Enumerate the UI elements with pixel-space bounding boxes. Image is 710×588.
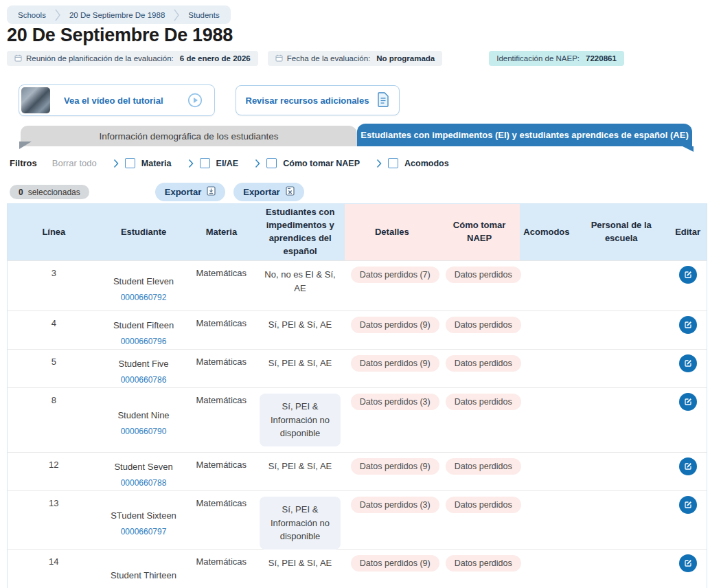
edit-icon — [683, 270, 693, 280]
editar-cell — [669, 261, 707, 310]
missing-data-badge: Datos perdidos — [446, 355, 521, 372]
chevron-right-icon[interactable] — [255, 159, 260, 168]
clear-all-filters-link[interactable]: Borrar todo — [52, 158, 97, 168]
missing-data-badge: Datos perdidos — [446, 394, 521, 410]
table-row: 14 Student Thirteen 0000660794 Matemátic… — [8, 549, 707, 588]
edit-button[interactable] — [679, 554, 697, 572]
badge-value: 6 de enero de 2026 — [180, 54, 251, 63]
column-header-ei-ae[interactable]: Estudiantes con impedimentos y aprendice… — [255, 204, 345, 260]
edit-icon — [683, 359, 693, 368]
ei-ae-value: Sí, PEI & Sí, AE — [268, 318, 332, 332]
student-cell: Student Eleven 0000660792 — [100, 261, 187, 310]
tab-label: Información demográfica de los estudiant… — [99, 131, 278, 142]
acomodos-checkbox[interactable] — [388, 158, 398, 168]
column-header-acomodos[interactable]: Acomodos — [520, 204, 574, 260]
como-tomar-cell: Datos perdidos — [439, 453, 520, 490]
acomodos-cell — [520, 350, 574, 387]
filter-ei-ae[interactable]: EI/AE — [188, 158, 239, 168]
tab-ei-ae-students[interactable]: Estudiantes con impedimentos (EI) y estu… — [357, 124, 692, 146]
export-excel-button[interactable]: Exportar — [233, 183, 304, 201]
acomodos-cell — [520, 550, 574, 588]
missing-data-badge: Datos perdidos — [446, 317, 521, 333]
column-header-como-tomar-naep[interactable]: Cómo tomar NAEP — [439, 204, 520, 260]
student-name: Student Thirteen — [111, 570, 176, 580]
linea-cell: 13 — [8, 491, 100, 549]
materia-cell: Matemáticas — [187, 388, 255, 452]
ei-ae-cell: Sí, PEI & Sí, AE — [255, 350, 345, 387]
missing-data-badge: Datos perdidos — [446, 555, 521, 572]
editar-cell — [669, 311, 707, 349]
student-id-link[interactable]: 0000660796 — [121, 337, 167, 346]
edit-button[interactable] — [679, 393, 697, 411]
student-id-link[interactable]: 0000660797 — [121, 527, 167, 536]
ei-ae-checkbox[interactable] — [200, 158, 210, 168]
missing-data-badge: Datos perdidos — [446, 267, 521, 283]
detalles-cell: Datos perdidos (9) — [345, 550, 439, 588]
tab-demographic-info[interactable]: Información demográfica de los estudiant… — [21, 126, 357, 146]
student-id-link[interactable]: 0000660786 — [121, 375, 167, 385]
chevron-right-icon[interactable] — [188, 159, 194, 168]
missing-data-badge: Datos perdidos (3) — [351, 497, 439, 513]
column-header-detalles[interactable]: Detalles — [345, 204, 439, 260]
calendar-icon — [14, 54, 22, 63]
column-header-personal[interactable]: Personal de la escuela — [573, 204, 669, 260]
breadcrumb-item-students[interactable]: Students — [188, 11, 219, 19]
edit-button[interactable] — [679, 354, 697, 372]
editar-cell — [669, 453, 707, 490]
missing-data-badge: Datos perdidos — [446, 497, 521, 513]
document-icon — [377, 92, 389, 109]
student-id-link[interactable]: 0000660790 — [121, 427, 167, 436]
filter-como-tomar-naep[interactable]: Cómo tomar NAEP — [255, 158, 360, 168]
linea-cell: 4 — [8, 311, 100, 349]
como-tomar-naep-checkbox[interactable] — [266, 158, 277, 168]
como-tomar-cell: Datos perdidos — [439, 350, 520, 387]
student-name: Student Seven — [114, 462, 172, 472]
filter-acomodos[interactable]: Acomodos — [376, 158, 449, 168]
personal-cell — [573, 453, 669, 490]
detalles-cell: Datos perdidos (9) — [345, 453, 439, 490]
ei-ae-cell: Sí, PEI & Sí, AE — [255, 453, 345, 490]
edit-button[interactable] — [679, 316, 697, 334]
student-name: Student Five — [119, 359, 169, 369]
filter-materia[interactable]: Materia — [113, 158, 172, 168]
edit-icon — [683, 462, 693, 471]
export-excel-label: Exportar — [243, 187, 279, 197]
assessment-date-badge: Fecha de la evaluación:No programada — [268, 51, 442, 66]
column-header-estudiante[interactable]: Estudiante — [100, 204, 187, 260]
student-cell: Student Five 0000660786 — [100, 350, 187, 387]
como-tomar-cell: Datos perdidos — [439, 491, 520, 549]
acomodos-cell — [520, 491, 574, 549]
export-pdf-button[interactable]: Exportar — [155, 183, 225, 201]
edit-button[interactable] — [679, 266, 697, 284]
column-header-materia[interactable]: Materia — [187, 204, 255, 260]
export-pdf-label: Exportar — [165, 187, 201, 197]
chevron-right-icon[interactable] — [113, 159, 119, 168]
student-id-link[interactable]: 0000660792 — [121, 293, 167, 302]
page: Schools 20 De Septiembre De 1988 Student… — [0, 0, 710, 588]
student-id-link[interactable]: 0000660788 — [121, 478, 167, 488]
edit-button[interactable] — [679, 496, 697, 514]
ei-ae-value: Sí, PEI & Sí, AE — [268, 460, 332, 473]
table-row: 12 Student Seven 0000660788 Matemáticas … — [8, 452, 707, 490]
chevron-right-icon[interactable] — [376, 159, 382, 168]
materia-checkbox[interactable] — [125, 158, 135, 168]
acomodos-cell — [520, 453, 574, 490]
edit-button[interactable] — [679, 457, 697, 475]
student-name: Student Eleven — [113, 276, 174, 286]
planning-meeting-badge: Reunión de planificación de la evaluació… — [7, 51, 258, 66]
materia-cell: Matemáticas — [187, 261, 255, 310]
tutorial-button-label: Vea el vídeo del tutorial — [64, 95, 163, 106]
tutorial-video-button[interactable]: Vea el vídeo del tutorial — [19, 84, 215, 116]
column-header-linea[interactable]: Línea — [8, 204, 100, 260]
ei-ae-cell: Sí, PEI & Sí, AE — [255, 550, 345, 588]
personal-cell — [573, 350, 669, 387]
breadcrumb-item-school[interactable]: 20 De Septiembre De 1988 — [69, 11, 165, 19]
additional-resources-button[interactable]: Revisar recursos adicionales — [236, 85, 400, 115]
table-header: Línea Estudiante Materia Estudiantes con… — [8, 204, 707, 260]
breadcrumb-item-schools[interactable]: Schools — [18, 11, 46, 19]
column-header-editar: Editar — [669, 204, 707, 260]
student-cell: Student Nine 0000660790 — [100, 388, 187, 452]
linea-cell: 12 — [8, 453, 100, 490]
chevron-right-icon — [173, 8, 180, 22]
acomodos-cell — [520, 388, 574, 452]
